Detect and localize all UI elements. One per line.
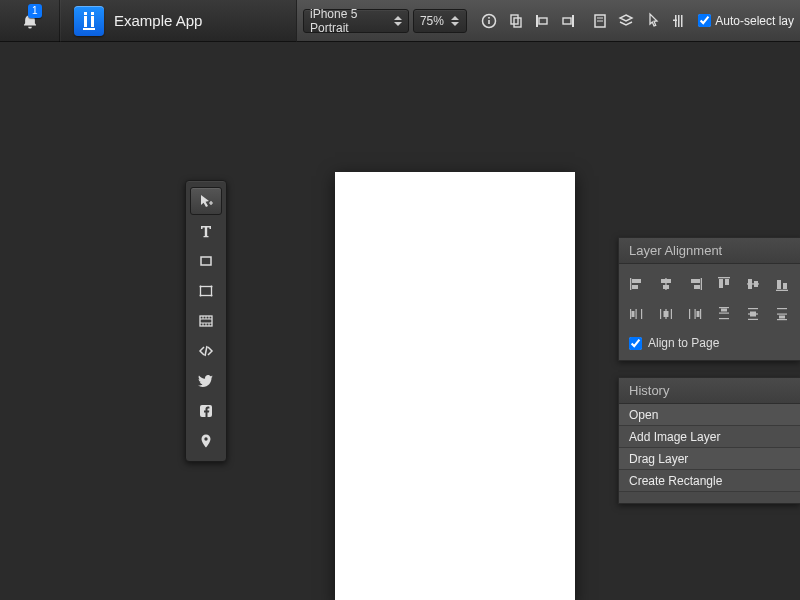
- svg-rect-6: [539, 18, 547, 24]
- map-pin-tool[interactable]: [190, 427, 222, 455]
- twitter-tool[interactable]: [190, 367, 222, 395]
- distribute-h-left-button[interactable]: [625, 302, 650, 326]
- text-tool[interactable]: [190, 217, 222, 245]
- svg-rect-32: [630, 278, 631, 290]
- align-to-page-label: Align to Page: [648, 336, 719, 350]
- svg-rect-62: [719, 307, 729, 308]
- svg-rect-59: [695, 309, 696, 319]
- svg-point-20: [200, 295, 202, 297]
- history-item[interactable]: Create Rectangle: [619, 470, 800, 492]
- svg-rect-57: [664, 311, 669, 317]
- svg-rect-53: [632, 311, 635, 317]
- svg-rect-5: [536, 15, 538, 27]
- svg-rect-71: [777, 314, 787, 315]
- svg-rect-48: [777, 280, 781, 289]
- svg-rect-64: [719, 318, 729, 319]
- svg-rect-38: [701, 278, 702, 290]
- zoom-select[interactable]: 75%: [413, 9, 467, 33]
- move-tool[interactable]: [190, 187, 222, 215]
- svg-point-18: [200, 286, 202, 288]
- zoom-value: 75%: [420, 14, 444, 28]
- panel-title: Layer Alignment: [619, 238, 800, 264]
- canvas[interactable]: [335, 172, 575, 600]
- notification-badge: 1: [28, 4, 42, 18]
- svg-rect-66: [748, 308, 758, 309]
- svg-rect-72: [777, 319, 787, 320]
- svg-rect-42: [719, 279, 723, 288]
- device-select-value: iPhone 5 Portrait: [310, 7, 387, 35]
- align-vcenter-button[interactable]: [740, 272, 765, 296]
- layers-button[interactable]: [614, 7, 638, 35]
- svg-rect-68: [748, 319, 758, 320]
- distribute-v-bottom-button[interactable]: [769, 302, 794, 326]
- align-to-page-checkbox[interactable]: Align to Page: [619, 326, 800, 360]
- auto-select-label: Auto-select lay: [715, 14, 794, 28]
- svg-rect-17: [201, 287, 212, 296]
- svg-rect-49: [783, 283, 787, 289]
- notifications-button[interactable]: 1: [0, 0, 60, 42]
- svg-rect-15: [673, 19, 677, 21]
- history-item[interactable]: Drag Layer: [619, 448, 800, 470]
- svg-rect-14: [681, 15, 683, 27]
- history-item[interactable]: Add Image Layer: [619, 426, 800, 448]
- svg-rect-47: [776, 290, 788, 291]
- svg-rect-51: [636, 309, 637, 319]
- page-button[interactable]: [588, 7, 612, 35]
- svg-rect-56: [671, 309, 672, 319]
- svg-rect-37: [663, 285, 669, 289]
- tools-button[interactable]: [667, 7, 691, 35]
- svg-rect-40: [694, 285, 700, 289]
- svg-rect-70: [777, 308, 787, 309]
- svg-rect-54: [660, 309, 661, 319]
- history-panel: History Open Add Image Layer Drag Layer …: [618, 377, 800, 504]
- svg-rect-13: [678, 15, 680, 27]
- svg-rect-50: [630, 309, 631, 319]
- align-bottom-button[interactable]: [769, 272, 794, 296]
- align-top-button[interactable]: [712, 272, 737, 296]
- align-right-button[interactable]: [683, 272, 708, 296]
- svg-rect-46: [754, 281, 758, 287]
- pointer-button[interactable]: [640, 7, 664, 35]
- workspace: Layer Alignment Align to Page History Op…: [0, 42, 800, 600]
- copy-button[interactable]: [503, 7, 527, 35]
- svg-rect-34: [632, 285, 638, 289]
- image-tool[interactable]: [190, 277, 222, 305]
- distribute-h-center-button[interactable]: [654, 302, 679, 326]
- app-logo[interactable]: [74, 6, 104, 36]
- align-left-button[interactable]: [625, 272, 650, 296]
- panel-title: History: [619, 378, 800, 404]
- distribute-h-right-button[interactable]: [683, 302, 708, 326]
- facebook-tool[interactable]: [190, 397, 222, 425]
- distribute-v-center-button[interactable]: [740, 302, 765, 326]
- align-left-icon-button[interactable]: [530, 7, 554, 35]
- svg-rect-33: [632, 279, 641, 283]
- svg-rect-58: [689, 309, 690, 319]
- svg-rect-2: [488, 17, 490, 19]
- info-button[interactable]: [477, 7, 501, 35]
- svg-rect-8: [563, 18, 571, 24]
- app-title: Example App: [114, 12, 202, 29]
- svg-point-21: [211, 295, 213, 297]
- history-item[interactable]: Open: [619, 404, 800, 426]
- align-right-icon-button[interactable]: [556, 7, 580, 35]
- svg-rect-63: [719, 313, 729, 314]
- code-tool[interactable]: [190, 337, 222, 365]
- svg-rect-39: [691, 279, 700, 283]
- rectangle-tool[interactable]: [190, 247, 222, 275]
- toolbox: [185, 180, 227, 462]
- svg-rect-7: [572, 15, 574, 27]
- svg-rect-60: [700, 309, 701, 319]
- top-bar: 1 Example App iPhone 5 Portrait 75% Auto…: [0, 0, 800, 42]
- svg-rect-65: [721, 309, 727, 312]
- align-hcenter-button[interactable]: [654, 272, 679, 296]
- auto-select-checkbox[interactable]: Auto-select lay: [698, 14, 794, 28]
- svg-rect-43: [725, 279, 729, 285]
- video-tool[interactable]: [190, 307, 222, 335]
- svg-rect-61: [697, 311, 700, 317]
- distribute-v-top-button[interactable]: [712, 302, 737, 326]
- layer-alignment-panel: Layer Alignment Align to Page: [618, 237, 800, 361]
- device-select[interactable]: iPhone 5 Portrait: [303, 9, 409, 33]
- svg-rect-52: [641, 309, 642, 319]
- svg-rect-73: [779, 316, 785, 319]
- svg-rect-69: [750, 312, 756, 317]
